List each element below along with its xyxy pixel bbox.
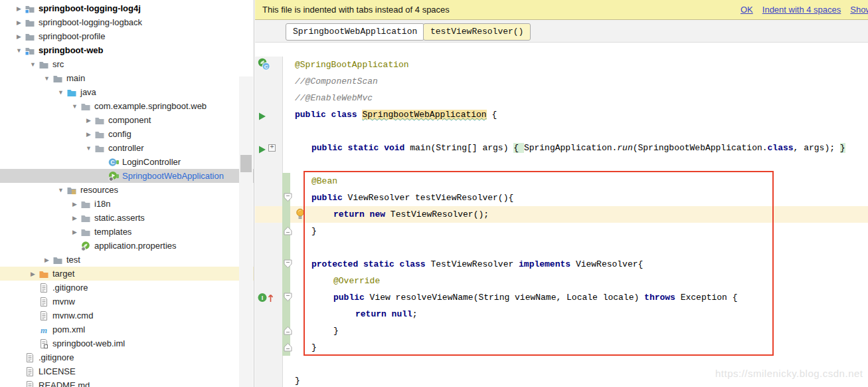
tab-testviewresolver[interactable]: testViewResolver() [423,23,531,41]
tree-item-gitignore[interactable]: .gitignore [0,350,254,364]
package-icon [94,143,105,154]
tree-item-mvnw[interactable]: mvnw [0,295,254,309]
tree-item-java[interactable]: ▼java [0,85,254,99]
code-line-2[interactable]: //@ComponentScan [255,73,868,90]
tree-item-license[interactable]: LICENSE [0,364,254,378]
tree-item-readme-md[interactable]: README.md [0,378,254,387]
expand-arrow-icon[interactable]: ▶ [13,5,25,12]
code-line-8[interactable]: @Bean [255,173,868,190]
code-line-11[interactable]: } [255,223,868,239]
code-line-6[interactable]: +public static void main(String[] args) … [255,140,868,156]
banner-indent-with-spaces-link[interactable]: Indent with 4 spaces [762,5,841,15]
tab-springbootwebapplication[interactable]: SpringbootWebApplication [286,23,424,41]
editor-gutter [255,322,283,339]
editor-gutter: + [255,140,283,156]
code-line-16[interactable]: return null; [255,306,868,322]
code-segment: throws [644,293,681,303]
tree-item-springboot-logging-log4j[interactable]: ▶springboot-logging-log4j [0,1,254,15]
tree-item-i18n[interactable]: ▶i18n [0,197,254,211]
tree-item-target[interactable]: ▶target [0,267,254,281]
fold-strip [283,106,294,123]
code-segment: @Override [333,276,380,286]
tree-item-config[interactable]: ▶config [0,127,254,141]
tree-item-springboot-logging-logback[interactable]: ▶springboot-logging-logback [0,15,254,29]
banner-show-settings-link[interactable]: Show Settings [850,5,868,15]
expand-arrow-icon[interactable]: ▶ [13,19,25,26]
fold-plus-icon[interactable]: + [268,144,276,152]
code-line-4[interactable]: public class SpringbootWebApplication { [255,106,868,123]
tree-item-pom-xml[interactable]: mpom.xml [0,322,254,336]
expand-arrow-icon[interactable]: ▶ [83,131,94,138]
tree-item-springbootwebapplication[interactable]: SpringbootWebApplication [0,169,254,183]
expand-arrow-icon[interactable]: ▶ [69,201,80,207]
tree-item-templates[interactable]: ▶templates [0,225,254,239]
tree-item-gitignore[interactable]: .gitignore [0,281,254,295]
tree-item-main[interactable]: ▼main [0,71,254,85]
run-icon[interactable] [258,144,266,160]
expand-arrow-icon[interactable]: ▶ [27,271,39,277]
editor-gutter [255,356,283,372]
collapse-arrow-icon[interactable]: ▼ [69,103,80,110]
code-line-14[interactable]: @Override [255,273,868,289]
springboot-class-icon: C [258,58,270,76]
expand-arrow-icon[interactable]: ▶ [41,257,52,263]
tree-item-src[interactable]: ▼src [0,57,254,71]
code-line-17[interactable]: } [255,322,868,339]
tree-item-label: .gitignore [39,352,74,362]
expand-arrow-icon[interactable]: ▶ [69,229,80,235]
editor-gutter [255,273,283,289]
code-segment: } [840,143,845,153]
tree-item-springboot-profile[interactable]: ▶springboot-profile [0,29,254,43]
tree-item-component[interactable]: ▶component [0,113,254,127]
banner-ok-link[interactable]: OK [740,5,753,15]
folder-blue-icon [66,87,77,98]
tree-item-com-example-springboot-web[interactable]: ▼com.example.springboot.web [0,99,254,113]
tree-item-application-properties[interactable]: application.properties [0,239,254,253]
ide-window: ▶springboot-logging-log4j▶springboot-log… [0,0,868,387]
code-line-1[interactable]: C@SpringBootApplication [255,57,868,73]
run-icon[interactable] [258,110,266,127]
collapse-arrow-icon[interactable]: ▼ [55,187,66,194]
lightbulb-icon[interactable] [296,208,305,226]
tree-item-label: springboot-web [39,45,104,55]
collapse-arrow-icon[interactable]: ▼ [83,145,94,152]
expand-arrow-icon[interactable]: ▶ [83,117,94,124]
code-segment: run [617,143,632,153]
code-line-15[interactable]: Ipublic View resolveViewName(String view… [255,289,868,306]
collapse-arrow-icon[interactable]: ▼ [27,61,39,68]
tree-item-resources[interactable]: ▼resources [0,183,254,197]
module-folder-icon [25,3,35,14]
code-line-7[interactable] [255,156,868,173]
collapse-arrow-icon[interactable]: ▼ [13,47,25,54]
collapse-arrow-icon[interactable]: ▼ [55,89,66,96]
code-line-5[interactable] [255,123,868,140]
code-line-18[interactable]: } [255,339,868,356]
tree-item-test[interactable]: ▶test [0,253,254,267]
code-line-9[interactable]: public ViewResolver testViewResolver(){ [255,190,868,206]
tree-item-controller[interactable]: ▼controller [0,141,254,155]
expand-arrow-icon[interactable]: ▶ [13,33,25,40]
tree-item-springboot-web-iml[interactable]: springboot-web.iml [0,336,254,350]
tree-item-static-asserts[interactable]: ▶static.asserts [0,211,254,225]
indent-banner: This file is indented with tabs instead … [255,0,868,20]
code-segment: { [513,143,524,153]
project-tree-scrollbar[interactable] [239,76,253,387]
code-editor[interactable]: C@SpringBootApplication//@ComponentScan/… [255,43,868,387]
code-line-13[interactable]: protected static class TestViewResolver … [255,256,868,273]
package-icon [80,227,91,237]
tree-item-springboot-web[interactable]: ▼springboot-web [0,43,254,57]
scrollbar-thumb[interactable] [240,155,252,172]
fold-strip [283,123,294,140]
tree-item-label: i18n [94,199,111,209]
implement-marker-icon[interactable]: I [257,292,275,309]
code-text [294,123,868,140]
tree-item-logincontroller[interactable]: CLoginController [0,155,254,169]
springboot-class-icon [108,171,119,182]
collapse-arrow-icon[interactable]: ▼ [41,75,52,82]
tree-item-mvnw-cmd[interactable]: mvnw.cmd [0,309,254,322]
code-line-10[interactable]: return new TestViewResolver(); [255,206,868,223]
code-line-3[interactable]: //@EnableWebMvc [255,90,868,106]
folder-icon [25,17,35,28]
expand-arrow-icon[interactable]: ▶ [69,215,80,221]
code-line-12[interactable] [255,239,868,256]
